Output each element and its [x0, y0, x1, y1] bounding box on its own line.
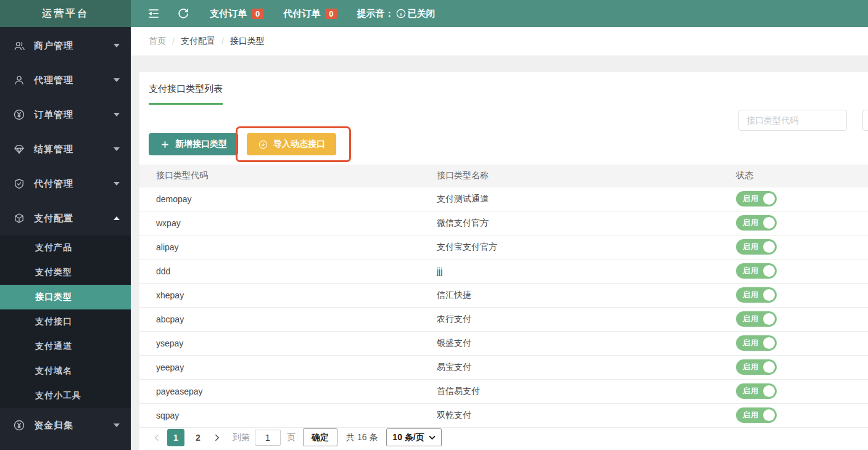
sidebar-item-settlement-mgmt[interactable]: 结算管理 — [0, 132, 131, 166]
status-toggle[interactable]: 启用 — [736, 407, 777, 423]
page-size-value: 10 条/页 — [392, 432, 424, 443]
status-toggle[interactable]: 启用 — [736, 215, 777, 231]
breadcrumb: 首页 / 支付配置 / 接口类型 — [131, 27, 868, 55]
page-number-1[interactable]: 1 — [167, 429, 184, 446]
header-status: 状态 — [736, 165, 868, 187]
search-input-code[interactable] — [738, 110, 847, 131]
table-row: wxpay 微信支付官方 启用 — [139, 211, 868, 235]
status-label: 启用 — [743, 338, 759, 348]
sidebar-item-label: 资金归集 — [34, 420, 114, 432]
chevron-down-icon — [114, 423, 120, 427]
prev-page-icon[interactable] — [149, 429, 165, 446]
submenu-item-payment-domains[interactable]: 支付域名 — [0, 359, 131, 383]
sidebar-item-payout-mgmt[interactable]: 代付管理 — [0, 166, 131, 201]
search-input-secondary[interactable] — [862, 110, 868, 131]
breadcrumb-payment-config[interactable]: 支付配置 — [181, 36, 215, 47]
toggle-knob — [763, 193, 775, 205]
breadcrumb-current: 接口类型 — [230, 36, 265, 47]
sidebar-item-funds-collection[interactable]: 资金归集 — [0, 408, 131, 443]
sidebar-item-agent-mgmt[interactable]: 代理管理 — [0, 63, 131, 97]
status-toggle[interactable]: 启用 — [736, 383, 777, 399]
cell-code: abcpay — [139, 307, 437, 331]
table-row: yeepay 易宝支付 启用 — [139, 355, 868, 379]
sidebar-item-label: 商户管理 — [34, 40, 114, 52]
submenu-item-payment-channels[interactable]: 支付通道 — [0, 334, 131, 359]
status-label: 启用 — [743, 362, 759, 372]
breadcrumb-home[interactable]: 首页 — [149, 36, 166, 47]
sound-toggle[interactable]: 提示音： 已关闭 — [357, 8, 435, 20]
status-toggle[interactable]: 启用 — [736, 359, 777, 375]
submenu-item-payment-products[interactable]: 支付产品 — [0, 235, 131, 260]
sidebar-item-label: 代付管理 — [34, 178, 114, 190]
topbar-tab-pay-orders[interactable]: 支付订单 0 — [210, 8, 263, 20]
submenu-item-payment-interfaces[interactable]: 支付接口 — [0, 309, 131, 334]
collapse-sidebar-icon[interactable] — [147, 7, 160, 20]
toggle-knob — [763, 241, 775, 253]
confirm-page-button[interactable]: 确定 — [303, 428, 337, 446]
submenu-item-payment-types[interactable]: 支付类型 — [0, 260, 131, 285]
sidebar-item-payment-config[interactable]: 支付配置 — [0, 201, 131, 235]
tab-row: 支付接口类型列表 — [139, 72, 868, 105]
breadcrumb-separator: / — [172, 36, 175, 46]
goto-page-input[interactable] — [255, 430, 281, 446]
chevron-up-icon — [114, 216, 120, 220]
funds-icon — [14, 420, 25, 431]
cell-name: 支付宝支付官方 — [437, 235, 736, 259]
status-label: 启用 — [743, 314, 759, 324]
content-card: 支付接口类型列表 新增接口类型 导入动态接口 接口类型代码 接口类型名称 状态 — [139, 72, 868, 450]
status-toggle[interactable]: 启用 — [736, 287, 777, 303]
pay-orders-label: 支付订单 — [210, 8, 247, 20]
table-header-row: 接口类型代码 接口类型名称 状态 — [139, 165, 868, 187]
sidebar-item-label: 结算管理 — [34, 144, 114, 155]
status-toggle[interactable]: 启用 — [736, 263, 777, 279]
cell-code: payeasepay — [139, 379, 437, 403]
submenu-item-label: 支付产品 — [35, 242, 72, 253]
sound-label: 提示音： — [357, 8, 394, 20]
import-dynamic-interface-button[interactable]: 导入动态接口 — [247, 133, 336, 155]
status-toggle[interactable]: 启用 — [736, 239, 777, 255]
table-row: abcpay 农行支付 启用 — [139, 307, 868, 331]
table-row: alipay 支付宝支付官方 启用 — [139, 235, 868, 259]
tab-interface-type-list[interactable]: 支付接口类型列表 — [149, 83, 223, 105]
cell-name: 银盛支付 — [437, 331, 736, 355]
cell-name: 农行支付 — [437, 307, 736, 331]
table-row: ddd jjj 启用 — [139, 259, 868, 283]
table-row: payeasepay 首信易支付 启用 — [139, 379, 868, 403]
payout-orders-label: 代付订单 — [283, 8, 320, 20]
refresh-icon[interactable] — [176, 7, 190, 20]
add-interface-type-button[interactable]: 新增接口类型 — [149, 133, 238, 155]
cell-name: jjj — [437, 259, 736, 283]
next-page-icon[interactable] — [209, 429, 225, 446]
sidebar-item-merchant-mgmt[interactable]: 商户管理 — [0, 28, 131, 63]
submenu-item-payment-tools[interactable]: 支付小工具 — [0, 383, 131, 408]
header-name: 接口类型名称 — [437, 165, 736, 187]
interface-type-table: 接口类型代码 接口类型名称 状态 demopay 支付测试通道 启用 wxpay… — [139, 165, 868, 428]
sidebar-item-order-mgmt[interactable]: 订单管理 — [0, 97, 131, 132]
submenu-item-label: 支付小工具 — [35, 390, 81, 401]
submenu-item-interface-types[interactable]: 接口类型 — [0, 285, 131, 309]
cell-code: sqpay — [139, 403, 437, 427]
toggle-knob — [763, 361, 775, 373]
cell-code: yeepay — [139, 355, 437, 379]
topbar-tab-payout-orders[interactable]: 代付订单 0 — [283, 8, 337, 20]
import-button-label: 导入动态接口 — [273, 139, 325, 150]
cell-name: 首信易支付 — [437, 379, 736, 403]
toggle-knob — [763, 289, 775, 301]
submenu-item-label: 接口类型 — [35, 292, 72, 303]
page-number-2[interactable]: 2 — [189, 429, 207, 446]
table-row: demopay 支付测试通道 启用 — [139, 187, 868, 211]
toggle-knob — [763, 409, 775, 421]
cell-name: 信汇快捷 — [437, 283, 736, 307]
submenu-item-label: 支付域名 — [35, 366, 72, 377]
sidebar-item-label: 代理管理 — [34, 75, 114, 86]
pagination: 1 2 到第 页 确定 共 16 条 10 条/页 — [149, 428, 442, 446]
payout-icon — [14, 178, 25, 189]
submenu-item-label: 支付通道 — [35, 341, 72, 352]
chevron-down-icon — [114, 78, 120, 82]
page-size-select[interactable]: 10 条/页 — [386, 428, 441, 446]
status-toggle[interactable]: 启用 — [736, 191, 777, 207]
status-toggle[interactable]: 启用 — [736, 335, 777, 351]
toggle-knob — [763, 265, 775, 277]
config-icon — [14, 213, 25, 224]
status-toggle[interactable]: 启用 — [736, 311, 777, 327]
